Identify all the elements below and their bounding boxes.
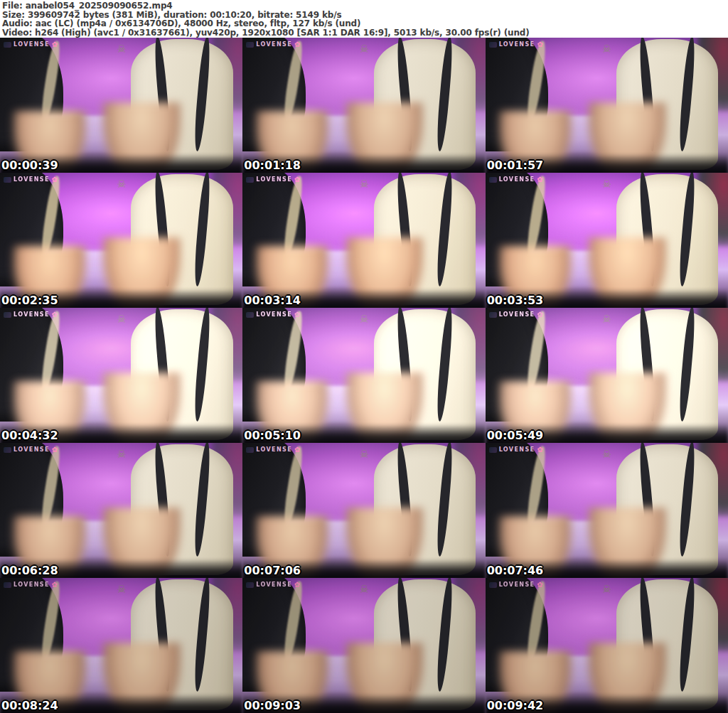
thumbnail-image: ☠ LOVENSE ✿ [486, 38, 728, 173]
flower-icon: ✿ [294, 446, 300, 454]
video-contact-sheet: File: anabel054_202509090652.mp4 Size: 3… [0, 0, 728, 713]
chair-skull-logo-icon: ☠ [602, 583, 611, 596]
timestamp-overlay: 00:07:46 [487, 565, 544, 577]
watermark-text: LOVENSE [499, 41, 535, 48]
watermark-text: LOVENSE [499, 176, 535, 183]
lovense-watermark: LOVENSE ✿ [4, 311, 58, 318]
thumbnail-image: ☠ LOVENSE ✿ [0, 173, 242, 308]
thumbnail-image: ☠ LOVENSE ✿ [242, 173, 485, 308]
flower-icon: ✿ [294, 581, 300, 589]
flower-icon: ✿ [537, 581, 542, 589]
flower-icon: ✿ [52, 446, 58, 454]
chair-skull-logo-icon: ☠ [359, 178, 368, 191]
chair-skull-logo-icon: ☠ [602, 43, 611, 55]
thumbnail-image: ☠ LOVENSE ✿ [242, 38, 485, 173]
thumbnail-image: ☠ LOVENSE ✿ [0, 308, 242, 443]
video-info-line: Video: h264 (High) (avc1 / 0x31637661), … [2, 28, 728, 38]
thumbnail-image: ☠ LOVENSE ✿ [0, 443, 242, 578]
chair-skull-logo-icon: ☠ [359, 313, 368, 326]
watermark-logo-chip [4, 177, 11, 183]
watermark-logo-chip [489, 447, 497, 453]
video-thumbnail: ☠ LOVENSE ✿ 00:01:18 [242, 38, 485, 173]
thumbnail-image: ☠ LOVENSE ✿ [242, 443, 485, 578]
timestamp-overlay: 00:01:57 [487, 160, 544, 171]
lovense-watermark: LOVENSE ✿ [246, 176, 300, 183]
watermark-text: LOVENSE [14, 446, 50, 453]
watermark-logo-chip [4, 582, 11, 588]
flower-icon: ✿ [294, 41, 300, 48]
watermark-logo-chip [489, 177, 497, 183]
lovense-watermark: LOVENSE ✿ [246, 446, 300, 454]
chair-skull-logo-icon: ☠ [117, 448, 126, 461]
watermark-text: LOVENSE [256, 581, 292, 588]
chair-skull-logo-icon: ☠ [359, 448, 368, 461]
timestamp-overlay: 00:00:39 [1, 160, 58, 171]
lovense-watermark: LOVENSE ✿ [489, 581, 543, 589]
timestamp-overlay: 00:09:42 [487, 700, 544, 712]
watermark-logo-chip [4, 312, 11, 318]
timestamp-overlay: 00:02:35 [1, 295, 58, 306]
chair-skull-logo-icon: ☠ [602, 178, 611, 191]
watermark-text: LOVENSE [14, 41, 50, 48]
file-name-line: File: anabel054_202509090652.mp4 [2, 1, 728, 11]
lovense-watermark: LOVENSE ✿ [246, 581, 300, 589]
lovense-watermark: LOVENSE ✿ [246, 311, 300, 318]
lovense-watermark: LOVENSE ✿ [4, 176, 58, 183]
watermark-text: LOVENSE [14, 176, 50, 183]
watermark-text: LOVENSE [499, 311, 535, 318]
flower-icon: ✿ [537, 311, 542, 318]
watermark-logo-chip [4, 447, 11, 453]
video-thumbnail: ☠ LOVENSE ✿ 00:04:32 [0, 308, 242, 443]
thumbnail-image: ☠ LOVENSE ✿ [242, 308, 485, 443]
video-thumbnail: ☠ LOVENSE ✿ 00:05:10 [242, 308, 485, 443]
video-thumbnail: ☠ LOVENSE ✿ 00:01:57 [486, 38, 728, 173]
chair-skull-logo-icon: ☠ [359, 583, 368, 596]
timestamp-overlay: 00:07:06 [244, 565, 301, 577]
watermark-text: LOVENSE [499, 446, 535, 453]
watermark-text: LOVENSE [256, 176, 292, 183]
watermark-logo-chip [489, 312, 497, 318]
video-thumbnail: ☠ LOVENSE ✿ 00:07:06 [242, 443, 485, 578]
chair-skull-logo-icon: ☠ [602, 448, 611, 461]
thumbnail-image: ☠ LOVENSE ✿ [486, 173, 728, 308]
lovense-watermark: LOVENSE ✿ [246, 41, 300, 48]
watermark-text: LOVENSE [14, 581, 50, 588]
timestamp-overlay: 00:04:32 [1, 430, 58, 441]
thumbnail-image: ☠ LOVENSE ✿ [0, 578, 242, 713]
thumbnail-image: ☠ LOVENSE ✿ [242, 578, 485, 713]
lovense-watermark: LOVENSE ✿ [489, 446, 543, 454]
timestamp-overlay: 00:03:53 [487, 295, 544, 306]
watermark-text: LOVENSE [256, 446, 292, 453]
timestamp-overlay: 00:01:18 [244, 160, 301, 171]
timestamp-overlay: 00:03:14 [244, 295, 301, 306]
flower-icon: ✿ [52, 311, 58, 318]
watermark-logo-chip [489, 582, 497, 588]
thumbnail-image: ☠ LOVENSE ✿ [486, 443, 728, 578]
video-thumbnail: ☠ LOVENSE ✿ 00:06:28 [0, 443, 242, 578]
watermark-logo-chip [4, 42, 11, 48]
video-thumbnail: ☠ LOVENSE ✿ 00:03:53 [486, 173, 728, 308]
chair-skull-logo-icon: ☠ [117, 583, 126, 596]
timestamp-overlay: 00:06:28 [1, 565, 58, 577]
thumbnail-image: ☠ LOVENSE ✿ [0, 38, 242, 173]
timestamp-overlay: 00:09:03 [244, 700, 301, 712]
flower-icon: ✿ [537, 446, 542, 454]
watermark-text: LOVENSE [499, 581, 535, 588]
watermark-logo-chip [246, 447, 254, 453]
timestamp-overlay: 00:08:24 [1, 700, 58, 712]
audio-info-line: Audio: aac (LC) (mp4a / 0x6134706D), 480… [2, 19, 728, 28]
lovense-watermark: LOVENSE ✿ [4, 41, 58, 48]
video-thumbnail: ☠ LOVENSE ✿ 00:05:49 [486, 308, 728, 443]
flower-icon: ✿ [294, 311, 300, 318]
chair-skull-logo-icon: ☠ [117, 313, 126, 326]
watermark-logo-chip [246, 312, 254, 318]
chair-skull-logo-icon: ☠ [117, 43, 126, 55]
video-thumbnail: ☠ LOVENSE ✿ 00:09:42 [486, 578, 728, 713]
chair-skull-logo-icon: ☠ [359, 43, 368, 55]
lovense-watermark: LOVENSE ✿ [489, 176, 543, 183]
lovense-watermark: LOVENSE ✿ [489, 41, 543, 48]
flower-icon: ✿ [52, 176, 58, 183]
lovense-watermark: LOVENSE ✿ [4, 581, 58, 589]
video-thumbnail: ☠ LOVENSE ✿ 00:03:14 [242, 173, 485, 308]
video-thumbnail: ☠ LOVENSE ✿ 00:07:46 [486, 443, 728, 578]
